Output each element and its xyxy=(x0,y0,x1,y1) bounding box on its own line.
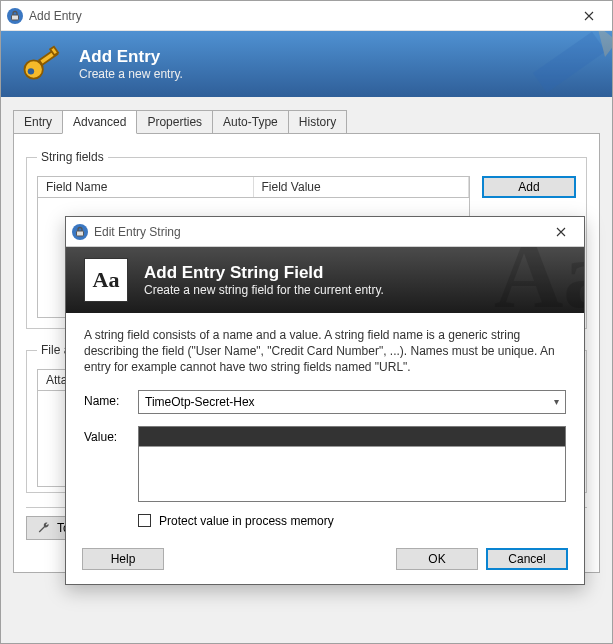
window-banner: Add Entry Create a new entry. xyxy=(1,31,612,97)
modal-body: A string field consists of a name and a … xyxy=(66,313,584,538)
wrench-icon xyxy=(37,521,51,535)
value-area xyxy=(139,447,565,501)
tab-advanced[interactable]: Advanced xyxy=(62,110,137,134)
col-field-value[interactable]: Field Value xyxy=(254,177,470,197)
window-title: Add Entry xyxy=(29,9,566,23)
window-close-button[interactable] xyxy=(566,1,612,31)
banner-subtitle: Create a new entry. xyxy=(79,67,183,81)
svg-point-3 xyxy=(28,68,34,74)
tab-entry[interactable]: Entry xyxy=(13,110,63,133)
name-combobox[interactable]: TimeOtp-Secret-Hex ▾ xyxy=(138,390,566,414)
value-masked xyxy=(139,427,565,447)
add-string-field-button[interactable]: Add xyxy=(482,176,576,198)
window-titlebar: Add Entry xyxy=(1,1,612,31)
modal-titlebar: Edit Entry String xyxy=(66,217,584,247)
tab-history[interactable]: History xyxy=(288,110,347,133)
cancel-button[interactable]: Cancel xyxy=(486,548,568,570)
lock-icon xyxy=(7,8,23,24)
tab-properties[interactable]: Properties xyxy=(136,110,213,133)
modal-footer: Help OK Cancel xyxy=(66,538,584,584)
modal-title: Edit Entry String xyxy=(94,225,538,239)
ok-button[interactable]: OK xyxy=(396,548,478,570)
string-fields-legend: String fields xyxy=(37,150,108,164)
edit-entry-string-dialog: Edit Entry String Aa Add Entry String Fi… xyxy=(65,216,585,585)
protect-checkbox[interactable] xyxy=(138,514,151,527)
banner-title: Add Entry xyxy=(79,47,183,67)
help-button[interactable]: Help xyxy=(82,548,164,570)
protect-label: Protect value in process memory xyxy=(159,514,334,528)
pencil-icon xyxy=(513,31,612,97)
string-fields-header: Field Name Field Value xyxy=(37,176,470,198)
lock-icon xyxy=(72,224,88,240)
value-label: Value: xyxy=(84,426,138,444)
svg-rect-9 xyxy=(77,231,84,236)
name-label: Name: xyxy=(84,390,138,408)
modal-banner: Aa Add Entry String Field Create a new s… xyxy=(66,247,584,313)
text-icon: Aa xyxy=(494,247,584,313)
modal-description: A string field consists of a name and a … xyxy=(84,327,566,376)
svg-rect-1 xyxy=(12,15,19,20)
col-field-name[interactable]: Field Name xyxy=(38,177,254,197)
value-field[interactable] xyxy=(138,426,566,502)
modal-banner-title: Add Entry String Field xyxy=(144,263,384,283)
name-value: TimeOtp-Secret-Hex xyxy=(139,395,547,409)
key-icon xyxy=(19,42,63,86)
tab-strip: Entry Advanced Properties Auto-Type Hist… xyxy=(13,109,600,133)
chevron-down-icon[interactable]: ▾ xyxy=(547,396,565,407)
text-icon: Aa xyxy=(84,258,128,302)
svg-rect-6 xyxy=(533,32,606,93)
modal-banner-subtitle: Create a new string field for the curren… xyxy=(144,283,384,297)
tab-autotype[interactable]: Auto-Type xyxy=(212,110,289,133)
modal-close-button[interactable] xyxy=(538,217,584,247)
